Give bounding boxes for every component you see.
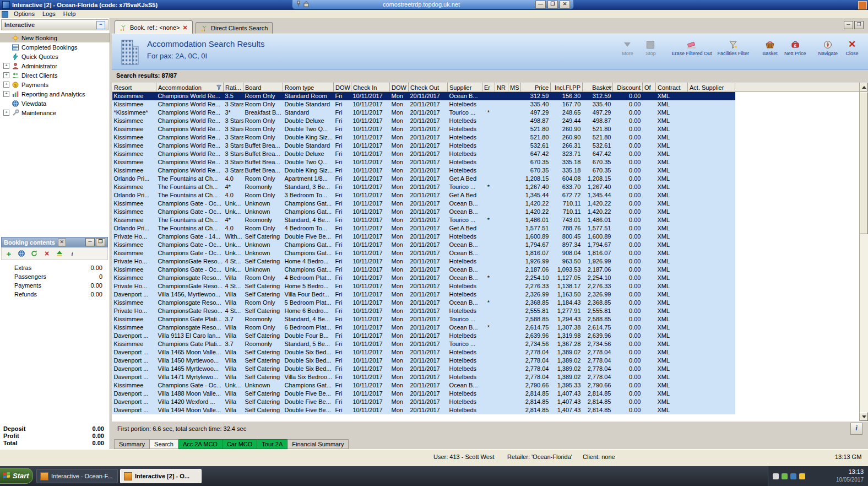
rdp-minimize-button[interactable]: — (535, 1, 546, 9)
menu-options[interactable]: Options (10, 10, 39, 18)
scrollbar-thumb[interactable] (860, 92, 868, 234)
sidebar-collapse-button[interactable]: − (96, 21, 105, 29)
menu-logs[interactable]: Logs (39, 10, 59, 18)
add-icon[interactable]: + (4, 249, 13, 258)
tab-summary[interactable]: Summary (114, 439, 150, 449)
sidebar-item-payments[interactable]: + $ Payments (0, 80, 110, 89)
column-filter-icon[interactable] (216, 84, 222, 91)
sidebar-item-reporting-analytics[interactable]: + Reporting and Analytics (0, 89, 110, 99)
table-row[interactable]: KissimmeeChampions Gate Plati... 3.7Room… (112, 340, 860, 348)
info-icon[interactable]: i (68, 249, 77, 258)
table-row[interactable]: KissimmeeChampions World Re... 3 StarsRo… (112, 125, 860, 133)
col-dow-out[interactable]: DOW (390, 83, 409, 92)
tab-financial-summary[interactable]: Financial Summary (287, 439, 349, 449)
tray-clock[interactable]: 13:13 10/05/2017 (836, 468, 864, 484)
tab-car-mco[interactable]: Car MCO (223, 439, 257, 449)
table-row[interactable]: KissimmeeChampionsgate Reso... VillaRoom… (112, 323, 860, 332)
basket-button[interactable]: Basket (758, 38, 782, 57)
erase-filtered-out-button[interactable]: Erase Filtered Out (669, 38, 714, 57)
table-row[interactable]: KissimmeeChampions Gate Plati... 3.7Room… (112, 315, 860, 323)
refresh-icon[interactable] (30, 249, 39, 258)
sidebar-item-administrator[interactable]: + Administrator (0, 61, 110, 71)
table-row[interactable]: KissimmeeChampions World Re... 3.5Room O… (112, 92, 860, 101)
sidebar-item-completed-bookings[interactable]: Completed Bookings (0, 42, 110, 52)
sidebar-item-new-booking[interactable]: New Booking (0, 33, 110, 42)
table-row[interactable]: Private Ho...ChampionsGate Reso... 4 St.… (112, 257, 860, 266)
table-row[interactable]: Private Ho...Champions Gate - 14... With… (112, 233, 860, 241)
table-row[interactable]: Davenport ...Villa 1465 Myrtlewoo... Vil… (112, 365, 860, 373)
col-rating[interactable]: Rati... (224, 83, 243, 92)
rdp-close-button[interactable]: ✕ (560, 1, 570, 9)
scroll-down-icon[interactable] (860, 412, 868, 421)
col-supplier[interactable]: Supplier (448, 83, 482, 92)
table-row[interactable]: Davenport ...Villa 1420 Wexford ... Vill… (112, 398, 860, 406)
table-row[interactable]: KissimmeeChampions World Re... 3 StarsBu… (112, 142, 860, 150)
table-row[interactable]: Davenport ...Villa 1465 Moon Valle... Vi… (112, 348, 860, 357)
table-row[interactable]: KissimmeeChampions Gate - Oc... Unk...Un… (112, 266, 860, 274)
col-board[interactable]: Board (243, 83, 283, 92)
booking-row-passengers[interactable]: Passengers 0 (1, 272, 108, 281)
col-dow-in[interactable]: DOW (334, 83, 351, 92)
col-check-in[interactable]: Check In (351, 83, 390, 92)
pin-icon[interactable] (296, 1, 301, 8)
booking-row-payments[interactable]: Payments 0.00 (1, 281, 108, 290)
tray-display-icon[interactable] (773, 473, 779, 479)
taskbar-item-interactive-2[interactable]: Interactive [2] - O... (120, 469, 202, 483)
mdi-minimize-icon[interactable]: ─ (844, 21, 853, 29)
table-row[interactable]: KissimmeeChampions World Re... 3 StarsRo… (112, 133, 860, 142)
table-row[interactable]: *Kissimmee*Champions World Re... 3*Break… (112, 109, 860, 117)
tab-acc-2a-mco[interactable]: Acc 2A MCO (178, 439, 223, 449)
table-row[interactable]: Davenport ...Villa 1488 Moon Valle... Vi… (112, 390, 860, 398)
tab-tour-2a[interactable]: Tour 2A (257, 439, 287, 449)
table-row[interactable]: KissimmeeChampions World Re... 3 StarsBu… (112, 158, 860, 166)
expand-icon[interactable]: + (3, 82, 9, 88)
panel-close-icon[interactable]: ✕ (58, 239, 66, 246)
expand-icon[interactable]: + (3, 72, 9, 78)
window-close-button[interactable] (858, 1, 867, 9)
tray-network-icon[interactable] (790, 473, 796, 479)
table-row[interactable]: KissimmeeChampionsgate Reso... VillaRoom… (112, 299, 860, 307)
table-row[interactable]: KissimmeeChampions Gate - Oc... Unk...Un… (112, 249, 860, 257)
col-check-out[interactable]: Check Out (409, 83, 448, 92)
sidebar-item-quick-quotes[interactable]: Quick Quotes (0, 52, 110, 61)
sidebar-item-maintenance[interactable]: + Maintenance (0, 108, 110, 117)
tray-volume-icon[interactable] (799, 473, 805, 479)
sidebar-item-viewdata[interactable]: Viewdata (0, 99, 110, 108)
col-discount[interactable]: Discount (613, 83, 643, 92)
table-row[interactable]: Orlando Pri...The Fountains at Ch... 4.0… (112, 224, 860, 233)
booking-row-refunds[interactable]: Refunds 0.00 (1, 290, 108, 299)
table-row[interactable]: Davenport ...Villa 1450 Myrtlewoo... Vil… (112, 357, 860, 365)
tab-direct-clients-search[interactable]: Direct Clients Search (196, 22, 273, 34)
globe-icon[interactable] (17, 249, 26, 258)
table-row[interactable]: KissimmeeChampionsgate Reso... VillaRoom… (112, 274, 860, 282)
table-row[interactable]: Orlando Pri...The Fountains at Ch... 4.0… (112, 175, 860, 183)
table-row[interactable]: Private Ho...ChampionsGate Reso... 4 St.… (112, 307, 860, 315)
menu-help[interactable]: Help (59, 10, 80, 18)
tab-search[interactable]: Search (150, 439, 178, 449)
table-row[interactable]: KissimmeeChampions Gate - Oc... Unk...Un… (112, 199, 860, 208)
more-button[interactable]: More (616, 38, 639, 57)
stop-button[interactable]: Stop (639, 38, 662, 57)
tab-booking-ref[interactable]: Book. ref.: <none> ✕ (115, 20, 193, 34)
table-row[interactable]: Orlando Pri...The Fountains at Ch... 4.0… (112, 191, 860, 199)
expand-icon[interactable]: + (3, 110, 9, 116)
col-ms[interactable]: MS (508, 83, 521, 92)
table-row[interactable]: KissimmeeChampions World Re... 3 StarsRo… (112, 100, 860, 109)
scroll-up-icon[interactable] (860, 83, 868, 91)
vertical-scrollbar[interactable] (859, 83, 868, 421)
panel-restore-icon[interactable]: ❐ (96, 238, 105, 246)
delete-icon[interactable]: × (42, 249, 51, 258)
col-basket[interactable]: Basket (583, 83, 613, 92)
close-results-button[interactable]: ✕ Close (840, 38, 864, 57)
table-row[interactable]: Private Ho...ChampionsGate Reso... 4 St.… (112, 282, 860, 290)
table-row[interactable]: KissimmeeThe Fountains at Ch... 4*Roomon… (112, 216, 860, 224)
tray-shield-icon[interactable] (782, 473, 788, 479)
table-row[interactable]: Davenport ...Villa 1494 Moon Valle... Vi… (112, 406, 860, 414)
navigate-button[interactable]: Navigate (815, 38, 840, 57)
sidebar-item-direct-clients[interactable]: + Direct Clients (0, 71, 110, 80)
table-row[interactable]: KissimmeeChampions World Re... 3 StarsBu… (112, 166, 860, 175)
mdi-restore-icon[interactable]: ❐ (854, 21, 864, 29)
table-row[interactable]: Davenport ...Villa 1471 Myrtylewo... Vil… (112, 373, 860, 381)
table-row[interactable]: Davenport ...Villa 9113 El Caro lan... V… (112, 332, 860, 340)
col-accommodation[interactable]: Accommodation (156, 83, 224, 92)
